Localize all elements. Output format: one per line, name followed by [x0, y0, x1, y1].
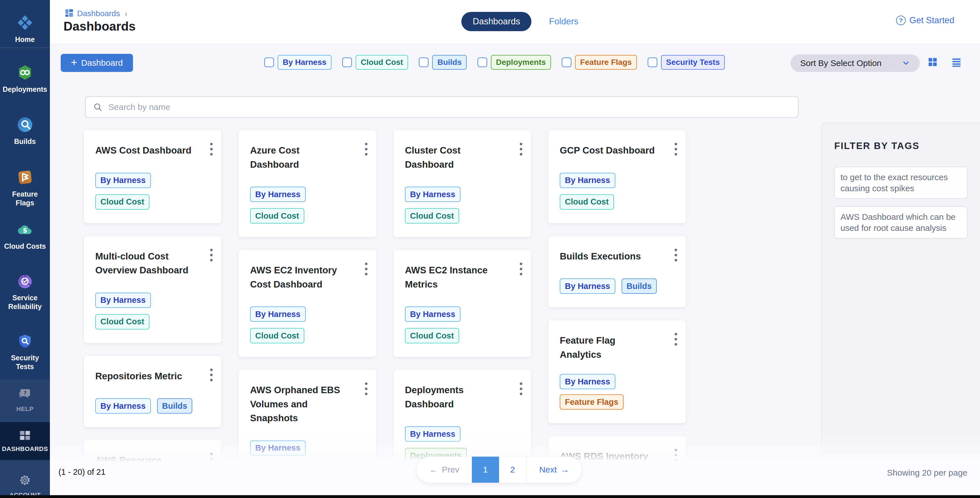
- card-tag-cloud-cost: Cloud Cost: [95, 314, 150, 330]
- sidebar-item-help[interactable]: ? HELP: [0, 387, 50, 413]
- filter-checkbox-security-tests[interactable]: [648, 57, 657, 67]
- sidebar-item-dashboards-active[interactable]: DASHBOARDS: [0, 422, 50, 460]
- sidebar-item-service-reliability[interactable]: Service Reliability: [0, 274, 50, 311]
- filter-panel-tag[interactable]: AWS Dashboard which can be used for root…: [834, 206, 967, 238]
- next-page-button[interactable]: Next →: [527, 457, 582, 483]
- sidebar-label: Home: [2, 35, 48, 44]
- card-tag-builds: Builds: [157, 398, 192, 414]
- kebab-menu-icon[interactable]: [673, 141, 679, 157]
- search-bar: [85, 96, 799, 118]
- card-title: AWS Orphaned EBS Volumes and Snapshots: [250, 383, 365, 425]
- filter-group-deployments: Deployments: [477, 55, 551, 70]
- page-title: Dashboards: [64, 19, 135, 33]
- dashboard-card[interactable]: Multi-cloud Cost Overview DashboardBy Ha…: [84, 236, 221, 343]
- filter-tag-by-harness[interactable]: By Harness: [278, 55, 331, 70]
- card-title: GCP Cost Dashboard: [560, 143, 674, 157]
- filter-checkbox-feature-flags[interactable]: [562, 57, 571, 67]
- get-started-link[interactable]: ? Get Started: [896, 15, 955, 25]
- sidebar-label: Cloud Costs: [2, 242, 48, 251]
- card-tag-by-harness: By Harness: [250, 441, 306, 456]
- dashboard-card[interactable]: Builds ExecutionsBy HarnessBuilds: [549, 236, 686, 308]
- kebab-menu-icon[interactable]: [673, 247, 679, 263]
- dashboard-card[interactable]: AWS EC2 Instance MetricsBy HarnessCloud …: [394, 250, 531, 357]
- dashboard-card[interactable]: GCP Cost DashboardBy HarnessCloud Cost: [549, 130, 686, 223]
- dashboard-card[interactable]: AWS Cost DashboardBy HarnessCloud Cost: [84, 130, 221, 223]
- sidebar-item-builds[interactable]: Builds: [0, 117, 50, 146]
- filter-tag-feature-flags[interactable]: Feature Flags: [575, 55, 637, 70]
- card-tags: By HarnessCloud Cost: [95, 173, 210, 209]
- page-button-1[interactable]: 1: [472, 457, 499, 483]
- results-range-label: (1 - 20) of 21: [59, 468, 105, 477]
- kebab-menu-icon[interactable]: [518, 261, 524, 277]
- card-tags: By HarnessBuilds: [95, 398, 210, 414]
- sidebar-item-deployments[interactable]: Deployments: [0, 65, 50, 94]
- sidebar-item-cloud-costs[interactable]: $ Cloud Costs: [0, 222, 50, 251]
- search-input[interactable]: [103, 97, 798, 117]
- card-tags: By HarnessCloud Cost: [405, 306, 520, 343]
- arrow-right-icon: →: [561, 465, 569, 474]
- sidebar-item-security-tests[interactable]: Security Tests: [0, 334, 50, 371]
- list-view-icon[interactable]: [951, 57, 962, 68]
- sidebar-item-home[interactable]: Home: [0, 15, 50, 44]
- sidebar: Home Deployments Builds Feature Flags $ …: [0, 0, 50, 498]
- filter-group-cloud-cost: Cloud Cost: [342, 55, 408, 70]
- dashboard-card[interactable]: Cluster Cost DashboardBy HarnessCloud Co…: [394, 130, 531, 237]
- card-title: Builds Executions: [560, 249, 674, 263]
- kebab-menu-icon[interactable]: [518, 381, 524, 397]
- dashboard-card[interactable]: AWS EC2 Inventory Cost DashboardBy Harne…: [239, 250, 376, 357]
- page-button-2[interactable]: 2: [499, 457, 526, 483]
- card-tag-by-harness: By Harness: [250, 306, 306, 322]
- card-tag-feature-flags: Feature Flags: [560, 394, 624, 410]
- tag-filter-row: By HarnessCloud CostBuildsDeploymentsFea…: [264, 55, 725, 70]
- filter-tag-builds[interactable]: Builds: [432, 55, 467, 70]
- sidebar-label: Builds: [2, 137, 48, 146]
- sidebar-item-account-settings[interactable]: ACCOUNT SETTINGS: [0, 474, 50, 498]
- sidebar-item-feature-flags[interactable]: Feature Flags: [0, 170, 50, 208]
- filter-panel-tag[interactable]: to get to the exact resources causing co…: [834, 167, 967, 199]
- grid-view-icon[interactable]: [927, 57, 938, 68]
- service-reliability-icon: [18, 274, 32, 290]
- filter-panel-tags: to get to the exact resources causing co…: [834, 167, 967, 238]
- svg-text:$: $: [23, 226, 27, 234]
- filter-tag-deployments[interactable]: Deployments: [491, 55, 551, 70]
- dashboard-card[interactable]: Repositories MetricBy HarnessBuilds: [84, 356, 221, 427]
- dashboard-card[interactable]: Azure Cost DashboardBy HarnessCloud Cost: [239, 130, 376, 237]
- arrow-left-icon: ←: [429, 465, 438, 474]
- sidebar-label: Security Tests: [2, 354, 48, 371]
- sidebar-label: DASHBOARDS: [2, 445, 48, 453]
- pagination: ← Prev 1 2 Next →: [417, 457, 582, 483]
- card-tags: By HarnessFeature Flags: [560, 374, 674, 410]
- kebab-menu-icon[interactable]: [673, 331, 679, 347]
- breadcrumb-dashboards-link[interactable]: Dashboards: [77, 9, 120, 18]
- tab-folders[interactable]: Folders: [549, 16, 578, 27]
- kebab-menu-icon[interactable]: [673, 447, 679, 463]
- filter-panel-title: FILTER BY TAGS: [834, 141, 967, 151]
- card-tag-by-harness: By Harness: [405, 426, 460, 442]
- kebab-menu-icon[interactable]: [363, 141, 369, 157]
- prev-page-button[interactable]: ← Prev: [417, 457, 472, 483]
- filter-tag-cloud-cost[interactable]: Cloud Cost: [356, 55, 408, 70]
- filter-group-feature-flags: Feature Flags: [562, 55, 637, 70]
- filter-tag-security-tests[interactable]: Security Tests: [661, 55, 725, 70]
- breadcrumb-chevron-icon: ›: [124, 9, 127, 18]
- filter-checkbox-builds[interactable]: [419, 57, 428, 67]
- kebab-menu-icon[interactable]: [208, 367, 215, 383]
- filter-checkbox-cloud-cost[interactable]: [342, 57, 352, 67]
- kebab-menu-icon[interactable]: [208, 141, 215, 157]
- filter-checkbox-deployments[interactable]: [477, 57, 487, 67]
- kebab-menu-icon[interactable]: [363, 381, 369, 397]
- filter-checkbox-by-harness[interactable]: [264, 57, 274, 67]
- card-tags: By HarnessCloud Cost: [250, 187, 365, 224]
- new-dashboard-button[interactable]: + Dashboard: [61, 54, 133, 72]
- sort-select[interactable]: Sort By Select Option: [791, 54, 920, 72]
- kebab-menu-icon[interactable]: [518, 141, 524, 157]
- kebab-menu-icon[interactable]: [363, 261, 369, 277]
- harness-dashboards-app: Dashboards › Dashboards Dashboards Folde…: [0, 0, 980, 498]
- card-tag-by-harness: By Harness: [95, 398, 151, 414]
- card-tag-by-harness: By Harness: [560, 173, 615, 188]
- kebab-menu-icon[interactable]: [208, 247, 215, 263]
- cloud-costs-icon: $: [17, 222, 33, 238]
- dashboard-card[interactable]: Feature Flag AnalyticsBy HarnessFeature …: [549, 320, 686, 423]
- card-title: AWS EC2 Instance Metrics: [405, 263, 520, 291]
- tab-dashboards[interactable]: Dashboards: [461, 12, 531, 31]
